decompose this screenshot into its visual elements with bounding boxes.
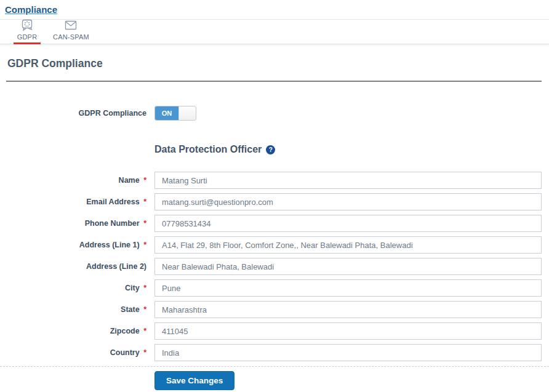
field-input-country[interactable] [154, 344, 542, 361]
tab-can-spam-label: CAN-SPAM [53, 33, 89, 41]
required-asterisk: * [142, 348, 146, 357]
gdpr-compliance-toggle[interactable]: ON [154, 106, 196, 121]
field-label-text: Phone Number [85, 219, 140, 228]
field-label: Address (Line 2) [6, 262, 146, 271]
gdpr-badge-icon [20, 19, 34, 31]
tab-gdpr-label: GDPR [17, 33, 38, 41]
required-asterisk: * [142, 198, 146, 206]
title-divider [6, 81, 542, 82]
field-label: Phone Number * [6, 219, 146, 228]
dpo-title-text: Data Protection Officer [154, 144, 262, 155]
question-circle-icon[interactable]: ? [266, 145, 275, 154]
field-label-text: Email Address [86, 198, 139, 206]
dpo-heading-row: Data Protection Officer ? [6, 144, 542, 155]
field-input-name[interactable] [154, 172, 542, 189]
form-row: Phone Number * [6, 215, 542, 232]
field-input-state[interactable] [154, 301, 542, 318]
toggle-on-state: ON [155, 106, 178, 120]
field-input-phone-number[interactable] [154, 215, 542, 232]
form-row: State * [6, 301, 542, 318]
field-label-text: Address (Line 2) [86, 262, 146, 271]
form-row: Email Address * [6, 193, 542, 210]
field-label-text: City [125, 284, 140, 292]
envelope-icon [63, 19, 78, 31]
form-row: Zipcode * [6, 322, 542, 340]
required-asterisk: * [142, 305, 146, 314]
field-label: City * [6, 284, 146, 292]
form-row: Name * [6, 172, 542, 189]
page-title: GDPR Compliance [7, 57, 542, 70]
save-changes-button[interactable]: Save Changes [154, 371, 234, 390]
required-asterisk: * [142, 284, 146, 292]
required-asterisk: * [142, 241, 146, 249]
form-row: Country * [6, 344, 542, 361]
field-label-text: Name [119, 176, 140, 185]
field-label: Country * [6, 348, 146, 357]
required-asterisk: * [142, 327, 146, 335]
field-label-text: State [121, 305, 140, 314]
field-label-text: Country [110, 348, 140, 357]
field-label: Address (Line 1) * [6, 241, 146, 249]
save-row: Save Changes [6, 371, 542, 390]
dpo-form: Name *Email Address *Phone Number *Addre… [6, 172, 542, 361]
field-label: State * [6, 305, 146, 314]
gdpr-toggle-label: GDPR Compliance [6, 109, 146, 118]
field-input-address-line-1[interactable] [154, 236, 542, 254]
required-asterisk: * [142, 176, 146, 185]
field-label: Name * [6, 176, 146, 185]
field-input-city[interactable] [154, 279, 542, 297]
tab-gdpr[interactable]: GDPR [14, 20, 41, 44]
field-input-zipcode[interactable] [154, 322, 542, 340]
form-row: Address (Line 1) * [6, 236, 542, 254]
form-footer-divider [0, 366, 549, 367]
breadcrumb-compliance-link[interactable]: Compliance [5, 4, 57, 15]
field-label-text: Zipcode [110, 327, 140, 335]
form-row: City * [6, 279, 542, 297]
field-label: Zipcode * [6, 327, 146, 335]
toggle-knob [178, 106, 196, 120]
breadcrumb: Compliance [0, 0, 549, 19]
required-asterisk: * [142, 219, 146, 228]
gdpr-settings-panel: GDPR Compliance GDPR Compliance ON Data … [0, 57, 549, 390]
form-row: Address (Line 2) [6, 258, 542, 275]
dpo-section-title: Data Protection Officer ? [154, 144, 542, 155]
gdpr-toggle-row: GDPR Compliance ON [6, 106, 542, 121]
field-label-text: Address (Line 1) [79, 241, 140, 249]
field-input-address-line-2[interactable] [154, 258, 542, 275]
field-label: Email Address * [6, 198, 146, 206]
field-input-email-address[interactable] [154, 193, 542, 210]
compliance-tab-bar: GDPR CAN-SPAM [0, 19, 549, 44]
tab-can-spam[interactable]: CAN-SPAM [50, 20, 92, 44]
